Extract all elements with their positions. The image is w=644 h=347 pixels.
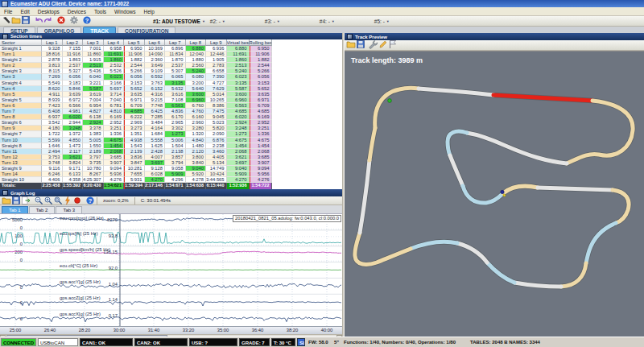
lap-cell[interactable]: 7:269: [42, 74, 63, 80]
virtual-best-cell[interactable]: 3:621: [227, 155, 250, 160]
lap-cell[interactable]: 4:685: [124, 109, 145, 114]
virtual-best-cell[interactable]: 2:068: [227, 149, 250, 155]
lap-cell[interactable]: 3:619: [83, 92, 104, 97]
lap-cell[interactable]: 9:109: [145, 68, 166, 74]
lap-cell[interactable]: 10:369: [145, 46, 166, 52]
graph-tab-tab-1[interactable]: Tab 1: [2, 206, 28, 213]
sector-cell[interactable]: Turn 3: [0, 74, 42, 80]
lap-cell[interactable]: 8:267: [83, 171, 104, 177]
rolling-best-cell[interactable]: 3:153: [250, 81, 272, 86]
sector-cell[interactable]: Straight 7: [0, 131, 42, 137]
lap-cell[interactable]: 6:408: [42, 109, 63, 114]
wrench-icon[interactable]: [369, 39, 378, 49]
lap-cell[interactable]: 6:760: [186, 103, 207, 109]
lap-cell[interactable]: 1:473: [63, 143, 84, 149]
lap-cell[interactable]: 2:560: [186, 63, 207, 68]
lap-cell[interactable]: 5:587: [83, 86, 104, 92]
lap-cell[interactable]: 5:697: [104, 86, 125, 92]
lap-cell[interactable]: 4:810: [104, 109, 125, 114]
tool-icon[interactable]: [2, 15, 11, 25]
lap-cell[interactable]: 5:266: [124, 68, 145, 74]
sector-cell[interactable]: Turn 11: [0, 149, 42, 155]
lap-cell[interactable]: 1:454: [104, 143, 125, 149]
lap-cell[interactable]: 3:484: [145, 120, 166, 126]
lap-cell[interactable]: 10:281: [124, 166, 145, 171]
lap-cell[interactable]: 6:020: [63, 114, 84, 120]
lap-cell[interactable]: 4:316: [145, 92, 166, 97]
rolling-best-cell[interactable]: 5:266: [250, 68, 272, 74]
lap-cell[interactable]: 1:625: [145, 143, 166, 149]
virtual-best-cell[interactable]: 4:685: [227, 109, 250, 114]
lap-cell[interactable]: 3:621: [63, 155, 84, 160]
chevron-down-icon[interactable]: ▼: [332, 19, 335, 23]
lap-cell[interactable]: 2:513: [83, 63, 104, 68]
lap-cell[interactable]: 2:960: [186, 120, 207, 126]
lap-cell[interactable]: 14:749: [206, 166, 227, 171]
lap-cell[interactable]: 3:753: [42, 155, 63, 160]
lap-cell[interactable]: 5:599: [42, 138, 63, 143]
rolling-best-cell[interactable]: 4:675: [250, 138, 272, 143]
lap-cell[interactable]: 2:878: [42, 57, 63, 63]
device-tab-1[interactable]: #1: ADU TESTOWE▼: [153, 19, 210, 24]
lap-cell[interactable]: 3:183: [63, 81, 84, 86]
rolling-best-cell[interactable]: 6:169: [250, 114, 272, 120]
lap-cell[interactable]: 3:616: [165, 92, 186, 97]
device-tab-5[interactable]: #5: -▼: [374, 19, 429, 24]
help-icon[interactable]: ?: [85, 196, 95, 205]
lap-cell[interactable]: 6:023: [104, 74, 125, 80]
lap-cell[interactable]: 3:697: [145, 160, 166, 166]
sector-cell[interactable]: Turn 4: [0, 86, 42, 92]
lap-cell[interactable]: 6:880: [186, 46, 207, 52]
lap-cell[interactable]: 5:920: [186, 171, 207, 177]
pencil-icon[interactable]: [378, 39, 388, 49]
lap-cell[interactable]: 9:058: [165, 166, 186, 171]
chevron-down-icon[interactable]: ▼: [202, 19, 205, 23]
lap-cell[interactable]: 9:328: [42, 46, 63, 52]
lap-cell[interactable]: 1:273: [165, 131, 186, 137]
lap-cell[interactable]: 6:040: [83, 74, 104, 80]
lap-cell[interactable]: 4:675: [104, 138, 125, 143]
lap-cell[interactable]: 3:248: [63, 126, 84, 131]
lap-cell[interactable]: 3:800: [186, 155, 207, 160]
zoom-in-icon[interactable]: [43, 196, 53, 205]
lap-cell[interactable]: 7:475: [206, 109, 227, 114]
rolling-best-cell[interactable]: 3:635: [250, 92, 272, 97]
lap-cell[interactable]: 3:857: [165, 155, 186, 160]
gear-icon[interactable]: [69, 15, 79, 25]
lap-cell[interactable]: 6:425: [145, 109, 166, 114]
lap-cell[interactable]: 2:238: [206, 143, 227, 149]
lap-cell[interactable]: 3:797: [83, 155, 104, 160]
lap-cell[interactable]: 1:543: [124, 143, 145, 149]
lap-cell[interactable]: 8:115: [42, 68, 63, 74]
lap-cell[interactable]: 12:040: [186, 52, 207, 57]
lap-cell[interactable]: 2:360: [145, 57, 166, 63]
graph-area[interactable]: 50000ecu.rpm[rpm] (25 Hz)62701000ecu.tps…: [0, 214, 342, 326]
lap-cell[interactable]: 7:629: [206, 86, 227, 92]
lap-cell[interactable]: 11:916: [63, 52, 84, 57]
rolling-best-cell[interactable]: 5:652: [250, 86, 272, 92]
sector-cell[interactable]: Turn 12: [0, 155, 42, 160]
lap-cell[interactable]: 2:924: [83, 120, 104, 126]
lap-cell[interactable]: 3:600: [186, 92, 207, 97]
lap-cell[interactable]: 3:763: [145, 81, 166, 86]
lap-cell[interactable]: 4:840: [186, 138, 207, 143]
zoom-out-icon[interactable]: [34, 196, 43, 205]
lap-cell[interactable]: 5:526: [104, 68, 125, 74]
lap-cell[interactable]: 3:639: [63, 92, 84, 97]
help-icon[interactable]: ?: [82, 15, 92, 25]
lap-cell[interactable]: 6:971: [124, 97, 145, 103]
virtual-best-cell[interactable]: 2:924: [227, 120, 250, 126]
lap-cell[interactable]: 10:424: [206, 171, 227, 177]
lap-cell[interactable]: 9:215: [145, 97, 166, 103]
track-area[interactable]: Track length: 3989 m: [345, 51, 644, 337]
lap-cell[interactable]: 2:783: [206, 63, 227, 68]
lap-cell[interactable]: 4:727: [206, 81, 227, 86]
lap-cell[interactable]: 7:655: [124, 171, 145, 177]
lap-cell[interactable]: 2:537: [165, 63, 186, 68]
lap-cell[interactable]: 1:504: [165, 143, 186, 149]
lap-cell[interactable]: 6:960: [186, 97, 207, 103]
virtual-best-cell[interactable]: 1:860: [227, 57, 250, 63]
lap-cell[interactable]: 3:836: [124, 155, 145, 160]
track-map[interactable]: [345, 52, 644, 337]
sector-cell[interactable]: Turn 14: [0, 171, 42, 177]
